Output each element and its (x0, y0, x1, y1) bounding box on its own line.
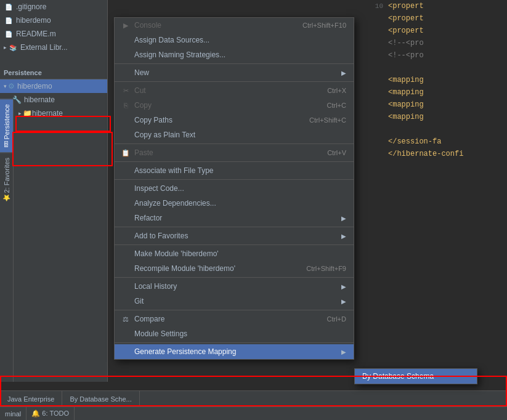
code-area: 10 <propert <propert <propert <!--<pro <… (370, 0, 507, 382)
persistence-header: Persistence (0, 67, 107, 79)
tab-java-enterprise[interactable]: Java Enterprise (0, 391, 62, 406)
submenu-generate-persistence: By Database Schema (354, 368, 477, 384)
code-text-13: </hibernate-confi (388, 150, 463, 158)
menu-item-make-module[interactable]: Make Module 'hiberdemo' (115, 246, 354, 261)
new-icon (121, 68, 131, 78)
menu-item-refactor[interactable]: Refactor ▶ (115, 211, 354, 225)
separator-10 (115, 342, 354, 343)
code-line-2: <propert (370, 12, 507, 25)
recompile-icon (121, 264, 131, 273)
persistence-item-hibernate2[interactable]: ▸ 📁 hibernate (0, 107, 107, 120)
copy-plain-icon (121, 130, 131, 140)
menu-item-generate-persistence[interactable]: Generate Persistence Mapping ▶ (115, 344, 354, 359)
favorites-icon (121, 231, 131, 241)
menu-item-add-favorites[interactable]: Add to Favorites ▶ (115, 228, 354, 243)
paste-icon: 📋 (121, 148, 131, 158)
menu-item-assign-datasources[interactable]: Assign Data Sources... (115, 33, 354, 47)
expand-arrow: ▸ (4, 44, 7, 50)
menu-item-recompile[interactable]: Recompile Module 'hiberdemo' Ctrl+Shift+… (115, 261, 354, 276)
menu-item-console[interactable]: ▶ Console Ctrl+Shift+F10 (115, 18, 354, 33)
copy-paths-icon (121, 115, 131, 125)
menu-item-module-settings[interactable]: Module Settings (115, 326, 354, 341)
vertical-tabs: 🗄 Persistence ⭐ 2: Favorites (0, 99, 14, 382)
persistence-item-hibernate1[interactable]: 🔧 hibernate (0, 93, 107, 107)
assign-ds-icon (121, 35, 131, 45)
code-text-4: <!--<pro (388, 39, 424, 47)
status-bar: minal 🔔 6: TODO (0, 406, 507, 420)
menu-item-copy-plain[interactable]: Copy as Plain Text (115, 127, 354, 142)
file-item-external-libs[interactable]: ▸ 📚 External Libr... (0, 41, 107, 54)
menu-item-copy[interactable]: ⎘ Copy Ctrl+C (115, 98, 354, 113)
vert-tab-persistence[interactable]: 🗄 Persistence (0, 99, 13, 152)
separator-3 (115, 143, 354, 144)
menu-item-assoc-file[interactable]: Associate with File Type (115, 163, 354, 178)
separator-7 (115, 244, 354, 245)
menu-item-new[interactable]: New ▶ (115, 65, 354, 80)
menu-item-copy-paths[interactable]: Copy Paths Ctrl+Shift+C (115, 113, 354, 127)
submenu-item-by-db-schema[interactable]: By Database Schema (355, 369, 477, 384)
menu-item-cut[interactable]: ✂ Cut Ctrl+X (115, 83, 354, 98)
code-text-2: <propert (388, 14, 424, 23)
status-todo[interactable]: 🔔 6: TODO (26, 407, 75, 420)
separator-5 (115, 179, 354, 180)
code-text-9: <mapping (388, 100, 424, 109)
separator-1 (115, 63, 354, 64)
code-text-1: <propert (388, 2, 424, 10)
context-menu: ▶ Console Ctrl+Shift+F10 Assign Data Sou… (114, 17, 354, 360)
make-module-icon (121, 249, 131, 259)
menu-item-git[interactable]: Git ▶ (115, 294, 354, 309)
file-icon: 📄 (4, 2, 14, 12)
menu-item-paste[interactable]: 📋 Paste Ctrl+V (115, 145, 354, 160)
expand-arrow-3: ▸ (18, 110, 22, 116)
generate-persistence-icon (121, 347, 131, 357)
file-item-hiberdemo[interactable]: 📄 hiberdemo (0, 14, 107, 27)
code-line-4: <!--<pro (370, 37, 507, 49)
analyze-icon (121, 198, 131, 208)
code-line-3: <propert (370, 25, 507, 37)
refactor-arrow: ▶ (341, 215, 346, 222)
file-item-gitignore[interactable]: 📄 .gitignore (0, 0, 107, 14)
code-text-7: <mapping (388, 76, 424, 84)
separator-8 (115, 277, 354, 278)
git-icon (121, 296, 131, 306)
menu-item-assign-naming[interactable]: Assign Naming Strategies... (115, 47, 354, 62)
code-line-13: </hibernate-confi (370, 148, 507, 160)
expand-arrow-2: ▾ (4, 83, 7, 89)
code-line-12: </session-fa (370, 135, 507, 148)
code-line-8: <mapping (370, 86, 507, 99)
vert-tab-favorites[interactable]: ⭐ 2: Favorites (0, 152, 13, 207)
menu-item-compare[interactable]: ⚖ Compare Ctrl+D (115, 312, 354, 326)
local-history-arrow: ▶ (341, 283, 346, 290)
generate-persistence-arrow: ▶ (341, 349, 346, 355)
code-text-3: <propert (388, 26, 424, 35)
code-line-1: 10 <propert (370, 0, 507, 12)
code-text-10: <mapping (388, 113, 424, 121)
persistence-vert-icon: 🗄 (3, 141, 10, 147)
favorites-vert-icon: ⭐ (3, 195, 10, 203)
separator-2 (115, 81, 354, 82)
separator-4 (115, 161, 354, 162)
code-line-5: <!--<pro (370, 49, 507, 62)
file-item-readme[interactable]: 📄 README.m (0, 27, 107, 41)
copy-icon: ⎘ (121, 100, 131, 110)
tab-by-database-schema[interactable]: By Database Sche... (62, 391, 139, 406)
menu-item-inspect[interactable]: Inspect Code... (115, 181, 354, 196)
compare-icon: ⚖ (121, 314, 131, 324)
code-line-9: <mapping (370, 99, 507, 111)
git-arrow: ▶ (341, 298, 346, 305)
code-text-12: </session-fa (388, 137, 441, 146)
assoc-icon (121, 166, 131, 176)
new-arrow: ▶ (341, 70, 346, 76)
favorites-arrow: ▶ (341, 233, 346, 240)
status-terminal[interactable]: minal (0, 407, 26, 420)
persistence-item-hiberdemo[interactable]: ▾ ⚙ hiberdemo (0, 79, 107, 93)
local-history-icon (121, 281, 131, 291)
assign-naming-icon (121, 50, 131, 60)
config-icon: 🔧 (12, 95, 22, 104)
separator-6 (115, 227, 354, 227)
console-icon: ▶ (121, 20, 131, 30)
menu-item-local-history[interactable]: Local History ▶ (115, 279, 354, 294)
code-text-8: <mapping (388, 88, 424, 97)
menu-item-analyze[interactable]: Analyze Dependencies... (115, 196, 354, 211)
code-line-7: <mapping (370, 74, 507, 86)
